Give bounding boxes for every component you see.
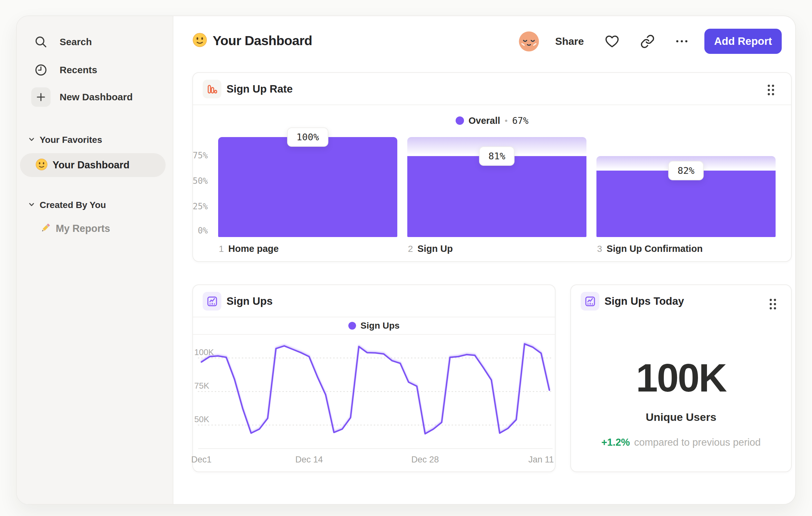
drag-handle-icon[interactable] <box>770 299 776 311</box>
conversion-badge: 100% <box>287 127 328 147</box>
kpi-delta-badge: +1.2% <box>601 437 630 448</box>
add-report-button[interactable]: Add Report <box>704 29 782 54</box>
sidebar: Search Recents New Dashboard Your Favori… <box>17 16 173 504</box>
y-axis-label: 50K <box>194 414 209 425</box>
copy-link-icon[interactable] <box>640 34 655 49</box>
conversion-badge: 82% <box>668 161 704 180</box>
funnel-fill-bar <box>218 137 397 237</box>
funnel-step-label: 2 Sign Up <box>408 243 453 254</box>
line-chart-plot: 100K75K50K Dec1Dec 14Dec 28Jan 11 <box>198 337 553 449</box>
step-index: 1 <box>219 244 224 254</box>
card-title: Sign Ups <box>227 285 272 317</box>
card-header: Sign Ups <box>193 285 555 317</box>
favorite-heart-icon[interactable] <box>605 34 620 49</box>
funnel-legend: Overall • 67% <box>193 105 791 136</box>
smiley-emoji-icon <box>192 33 207 49</box>
legend-overall-value: 67% <box>512 115 528 126</box>
step-index: 2 <box>408 244 413 254</box>
y-axis-label: 75K <box>194 381 209 391</box>
sidebar-item-label: Recents <box>60 64 97 76</box>
y-axis-label: 0% <box>198 226 208 236</box>
line-chart-svg <box>198 337 553 449</box>
x-axis-label: Dec 14 <box>295 455 323 465</box>
x-axis-label: Dec 28 <box>411 455 439 465</box>
line-chart-icon <box>203 292 221 310</box>
conversion-badge: 81% <box>479 146 515 166</box>
avatar[interactable] <box>519 31 539 52</box>
y-axis-label: 100K <box>194 347 214 357</box>
y-axis-label: 50% <box>193 176 208 186</box>
share-button[interactable]: Share <box>555 35 584 47</box>
sign-ups-card: Sign Ups Sign Ups 100K75K50K Dec1Dec 14D… <box>192 284 555 472</box>
section-title: Created By You <box>40 200 106 210</box>
card-header: Sign Up Rate <box>193 73 791 105</box>
funnel-step-sign-up-confirmation: 82% 3 Sign Up Confirmation <box>597 137 776 237</box>
card-title: Sign Ups Today <box>605 285 684 317</box>
header-actions: Share Add Report <box>519 28 782 54</box>
pencil-emoji-icon <box>39 222 52 236</box>
funnel-chart-icon <box>203 80 221 98</box>
legend-series-name: Overall <box>468 115 500 126</box>
y-axis-label: 75% <box>193 151 208 160</box>
funnel-step-label: 1 Home page <box>219 243 279 254</box>
kpi-delta-caption: compared to previous period <box>634 437 761 448</box>
funnel-step-home-page: 100% 1 Home page <box>218 137 397 237</box>
line-legend: Sign Ups <box>193 317 555 335</box>
sidebar-item-label: My Reports <box>56 223 110 235</box>
sidebar-item-your-dashboard[interactable]: Your Dashboard <box>20 153 166 177</box>
sign-ups-today-card: Sign Ups Today 100K Unique Users +1.2% c… <box>570 284 792 472</box>
search-icon <box>31 32 51 52</box>
legend-series-name: Sign Ups <box>360 321 400 331</box>
x-axis-label: Dec1 <box>191 455 211 465</box>
y-axis-label: 25% <box>193 201 208 211</box>
chevron-down-icon <box>28 201 35 209</box>
app-window: Search Recents New Dashboard Your Favori… <box>16 16 796 505</box>
kpi-value: 100K <box>571 355 791 401</box>
clock-icon <box>31 60 51 80</box>
step-name: Sign Up <box>417 243 453 254</box>
chevron-down-icon <box>28 136 35 144</box>
sidebar-item-new-dashboard[interactable]: New Dashboard <box>31 87 133 107</box>
funnel-y-axis: 75% 50% 25% 0% <box>193 137 208 237</box>
funnel-step-label: 3 Sign Up Confirmation <box>597 243 703 254</box>
sign-up-rate-card: Sign Up Rate Overall • 67% 75% 50% 25% 0… <box>192 72 792 262</box>
x-axis-label: Jan 11 <box>528 455 554 465</box>
funnel-fill-bar <box>597 171 776 237</box>
sidebar-item-label: Search <box>60 36 92 47</box>
more-options-icon[interactable] <box>675 39 688 43</box>
step-name: Sign Up Confirmation <box>607 243 703 254</box>
card-title: Sign Up Rate <box>227 73 293 105</box>
sidebar-item-recents[interactable]: Recents <box>31 60 97 80</box>
step-name: Home page <box>228 243 279 254</box>
smiley-emoji-icon <box>35 158 48 172</box>
section-created-by-you[interactable]: Created By You <box>28 200 106 210</box>
section-title: Your Favorites <box>40 135 102 145</box>
card-header: Sign Ups Today <box>571 285 791 317</box>
funnel-chart: 100% 1 Home page 81% 2 Sign Up 82% <box>218 137 776 237</box>
page-title: Your Dashboard <box>192 31 312 51</box>
plus-icon <box>31 87 51 107</box>
kpi-delta-row: +1.2% compared to previous period <box>571 437 791 448</box>
kpi-label: Unique Users <box>571 411 791 424</box>
sidebar-item-label: Your Dashboard <box>53 159 129 171</box>
page-title-text: Your Dashboard <box>213 33 312 48</box>
line-chart-icon <box>581 292 599 310</box>
legend-dot <box>456 116 464 125</box>
legend-dot <box>348 322 356 330</box>
section-your-favorites[interactable]: Your Favorites <box>28 135 102 145</box>
funnel-step-sign-up: 81% 2 Sign Up <box>407 137 586 237</box>
step-index: 3 <box>597 244 602 254</box>
sidebar-item-my-reports[interactable]: My Reports <box>39 218 110 239</box>
legend-separator: • <box>504 116 508 126</box>
sidebar-item-label: New Dashboard <box>60 91 133 103</box>
sidebar-item-search[interactable]: Search <box>31 32 92 52</box>
drag-handle-icon[interactable] <box>767 84 774 97</box>
funnel-fill-bar <box>407 156 586 237</box>
